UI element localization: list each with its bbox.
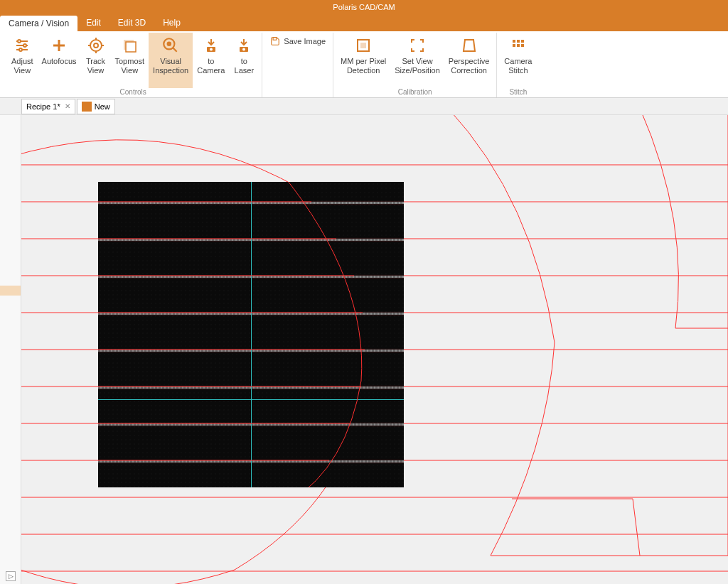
adjust-view-label: Adjust View: [11, 57, 33, 75]
ribbon-group-calibration: MM per Pixel Detection Set View Size/Pos…: [333, 33, 497, 97]
svg-rect-31: [521, 44, 524, 47]
to-laser-label: to Laser: [235, 57, 255, 75]
svg-point-8: [90, 40, 102, 51]
workspace: ▷: [0, 115, 728, 584]
visual-inspection-button[interactable]: Visual Inspection: [149, 33, 193, 88]
svg-point-20: [210, 48, 213, 51]
tab-camera-vision[interactable]: Camera / Vision: [0, 16, 77, 31]
to-laser-icon: [234, 36, 254, 55]
visual-inspection-label: Visual Inspection: [153, 57, 188, 75]
svg-rect-29: [513, 44, 515, 47]
adjust-view-button[interactable]: Adjust View: [7, 33, 38, 88]
ribbon-toolbar: Adjust View Autofocus Track View Topmost…: [0, 31, 728, 98]
target-icon: [86, 36, 106, 55]
title-bar: Polaris CAD/CAM: [0, 0, 728, 14]
svg-rect-28: [521, 40, 524, 43]
svg-point-9: [94, 43, 98, 48]
camera-stitch-button[interactable]: Camera Stitch: [500, 33, 536, 88]
track-view-button[interactable]: Track View: [81, 33, 111, 88]
tab-help[interactable]: Help: [154, 14, 189, 31]
plus-icon: [49, 36, 69, 55]
left-sidebar: ▷: [0, 115, 21, 584]
design-canvas[interactable]: [21, 115, 728, 584]
sliders-icon: [12, 36, 32, 55]
ribbon-group-stitch: Camera Stitch Stitch: [497, 33, 539, 97]
svg-point-18: [168, 43, 171, 45]
svg-point-5: [19, 48, 22, 51]
frame-corners-icon: [407, 36, 427, 55]
autofocus-label: Autofocus: [42, 57, 77, 66]
group-controls-label: Controls: [7, 88, 259, 97]
grid-square-icon: [353, 36, 373, 55]
close-icon[interactable]: ✕: [65, 102, 70, 110]
svg-line-17: [173, 48, 176, 51]
grid-icon: [508, 36, 528, 55]
doc-tab-new-label: New: [95, 102, 110, 111]
svg-rect-23: [273, 38, 277, 40]
topmost-view-button[interactable]: Topmost View: [111, 33, 149, 88]
svg-rect-25: [361, 43, 365, 48]
autofocus-button[interactable]: Autofocus: [38, 33, 81, 88]
svg-point-4: [23, 44, 26, 47]
doc-tab-recipe[interactable]: Recipe 1* ✕: [21, 99, 75, 114]
ribbon-group-controls: Adjust View Autofocus Track View Topmost…: [4, 33, 262, 97]
cad-overlay-inner: [98, 182, 404, 487]
save-icon: [269, 36, 281, 47]
perspective-icon: [459, 36, 479, 55]
svg-point-3: [18, 40, 21, 43]
set-view-label: Set View Size/Position: [395, 57, 440, 75]
mm-per-pixel-label: MM per Pixel Detection: [341, 57, 386, 75]
perspective-label: Perspective Correction: [449, 57, 489, 75]
svg-point-22: [242, 48, 245, 51]
group-stitch-label: Stitch: [500, 88, 536, 97]
to-laser-button[interactable]: to Laser: [229, 33, 259, 88]
set-view-button[interactable]: Set View Size/Position: [390, 33, 444, 88]
save-image-label: Save Image: [284, 37, 326, 45]
tab-edit-3d[interactable]: Edit 3D: [109, 14, 154, 31]
file-icon: [82, 102, 92, 112]
svg-rect-30: [517, 44, 520, 47]
expand-panel-button[interactable]: ▷: [6, 571, 16, 581]
sidebar-selection: [0, 286, 21, 296]
camera-view: [98, 182, 404, 487]
save-image-button[interactable]: Save Image: [265, 33, 330, 50]
doc-tab-new[interactable]: New: [77, 99, 115, 114]
to-camera-label: to Camera: [197, 57, 225, 75]
topmost-view-label: Topmost View: [115, 57, 145, 75]
mm-per-pixel-button[interactable]: MM per Pixel Detection: [336, 33, 390, 88]
to-camera-icon: [201, 36, 221, 55]
to-camera-button[interactable]: to Camera: [193, 33, 229, 88]
svg-rect-26: [513, 40, 515, 43]
doc-tab-recipe-label: Recipe 1*: [26, 102, 60, 111]
group-calibration-label: Calibration: [336, 88, 493, 97]
ribbon-group-save: Save Image: [262, 33, 333, 97]
camera-stitch-label: Camera Stitch: [504, 57, 532, 75]
app-title: Polaris CAD/CAM: [333, 3, 395, 11]
svg-rect-27: [517, 40, 520, 43]
tab-edit[interactable]: Edit: [77, 14, 109, 31]
menu-tab-strip: Camera / Vision Edit Edit 3D Help: [0, 14, 728, 31]
stack-icon: [119, 36, 139, 55]
svg-rect-15: [126, 42, 136, 52]
perspective-button[interactable]: Perspective Correction: [444, 33, 493, 88]
document-tab-strip: Recipe 1* ✕ New: [0, 98, 728, 115]
track-view-label: Track View: [86, 57, 105, 75]
magnify-eye-icon: [161, 36, 181, 55]
